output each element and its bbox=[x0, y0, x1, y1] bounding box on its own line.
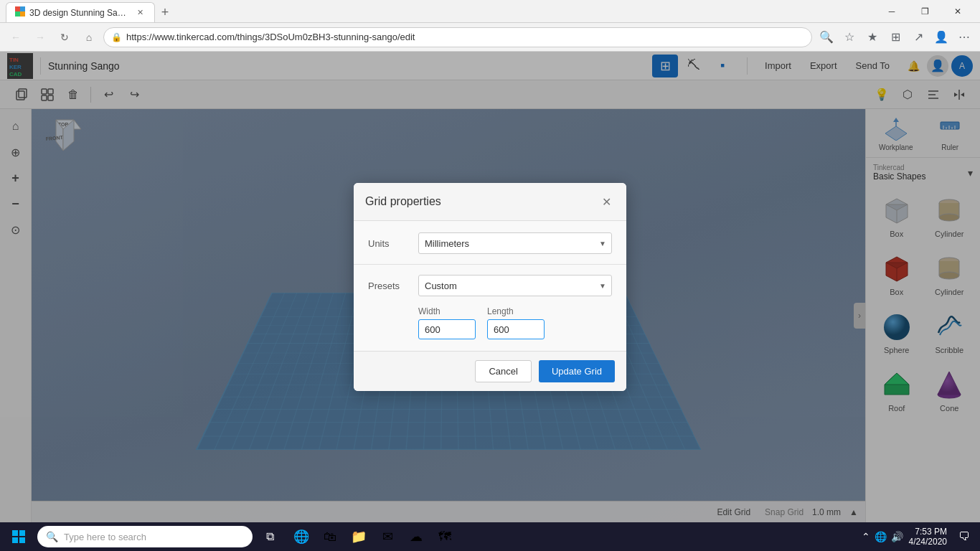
taskbar-right: ⌃ 🌐 🔊 7:53 PM 4/24/2020 🗨 bbox=[862, 525, 976, 548]
update-grid-button[interactable]: Update Grid bbox=[539, 360, 615, 382]
collection-btn[interactable]: ⊞ bbox=[885, 27, 905, 47]
svg-rect-3 bbox=[20, 11, 25, 17]
share-btn[interactable]: ↗ bbox=[908, 27, 928, 47]
presets-row: Presets Custom ▼ bbox=[368, 275, 612, 296]
taskbar-apps: 🌐 🛍 📁 ✉ ☁ 🗺 bbox=[288, 524, 458, 550]
address-bar[interactable]: 🔒 https://www.tinkercad.com/things/3DSoU… bbox=[103, 27, 812, 47]
taskbar-files-app[interactable]: 📁 bbox=[346, 524, 372, 550]
volume-icon[interactable]: 🔊 bbox=[891, 531, 903, 542]
task-view-button[interactable]: ⧉ bbox=[257, 524, 283, 550]
presets-select[interactable]: Custom bbox=[418, 275, 612, 296]
tab-favicon bbox=[15, 6, 25, 19]
url-text: https://www.tinkercad.com/things/3DSoUm0… bbox=[126, 32, 415, 42]
forward-button[interactable]: → bbox=[30, 27, 50, 47]
network-icon[interactable]: 🌐 bbox=[875, 531, 887, 542]
taskbar-clock[interactable]: 7:53 PM 4/24/2020 bbox=[909, 527, 947, 547]
svg-rect-1 bbox=[20, 6, 25, 11]
presets-select-wrapper: Custom ▼ bbox=[418, 275, 612, 296]
length-label: Length bbox=[487, 306, 545, 316]
width-field-group: Width bbox=[418, 306, 476, 339]
cancel-button[interactable]: Cancel bbox=[475, 360, 531, 382]
grid-properties-modal: Grid properties ✕ Units Millimeters ▼ bbox=[354, 183, 626, 391]
search-icon: 🔍 bbox=[46, 531, 58, 542]
width-label: Width bbox=[418, 306, 476, 316]
browser-toolbar: ← → ↻ ⌂ 🔒 https://www.tinkercad.com/thin… bbox=[0, 23, 980, 52]
active-tab[interactable]: 3D design Stunning Sango | Tink ✕ bbox=[6, 2, 155, 22]
svg-rect-55 bbox=[12, 530, 18, 536]
notification-button[interactable]: 🗨 bbox=[953, 525, 976, 548]
home-button[interactable]: ⌂ bbox=[79, 27, 99, 47]
menu-btn[interactable]: ⋯ bbox=[954, 27, 974, 47]
app-container: TIN KER CAD Stunning Sango ⊞ ⛏ ▪ Import … bbox=[0, 52, 980, 522]
taskbar-edge-app[interactable]: 🌐 bbox=[288, 524, 314, 550]
units-select[interactable]: Millimeters bbox=[418, 232, 612, 254]
new-tab-button[interactable]: + bbox=[155, 2, 175, 22]
time-display: 7:53 PM bbox=[909, 527, 947, 537]
modal-close-button[interactable]: ✕ bbox=[598, 193, 615, 210]
modal-header: Grid properties ✕ bbox=[354, 183, 626, 221]
window-controls: ─ ❐ ✕ bbox=[875, 0, 974, 23]
tab-area: 3D design Stunning Sango | Tink ✕ + bbox=[6, 0, 175, 22]
svg-rect-57 bbox=[12, 537, 18, 543]
width-input[interactable] bbox=[418, 319, 476, 339]
tab-close-btn[interactable]: ✕ bbox=[134, 7, 146, 19]
taskbar-mail-app[interactable]: ✉ bbox=[374, 524, 400, 550]
form-divider bbox=[354, 264, 626, 265]
search-placeholder: Type here to search bbox=[64, 532, 146, 542]
minimize-button[interactable]: ─ bbox=[875, 0, 908, 23]
modal-overlay: Grid properties ✕ Units Millimeters ▼ bbox=[0, 52, 980, 522]
taskbar-onedrive-app[interactable]: ☁ bbox=[403, 524, 429, 550]
length-input[interactable] bbox=[487, 319, 545, 339]
secure-icon: 🔒 bbox=[111, 32, 122, 42]
modal-footer: Cancel Update Grid bbox=[354, 351, 626, 391]
restore-button[interactable]: ❐ bbox=[908, 0, 941, 23]
svg-rect-58 bbox=[19, 537, 25, 543]
reload-button[interactable]: ↻ bbox=[55, 27, 75, 47]
length-field-group: Length bbox=[487, 306, 545, 339]
bookmark-star-btn[interactable]: ☆ bbox=[839, 27, 859, 47]
windows-logo-icon bbox=[11, 529, 26, 544]
units-select-wrapper: Millimeters ▼ bbox=[418, 232, 612, 254]
back-button[interactable]: ← bbox=[6, 27, 26, 47]
system-tray: ⌃ 🌐 🔊 bbox=[862, 531, 903, 542]
close-button[interactable]: ✕ bbox=[941, 0, 974, 23]
browser-titlebar: 3D design Stunning Sango | Tink ✕ + ─ ❐ … bbox=[0, 0, 980, 23]
svg-rect-0 bbox=[15, 6, 20, 11]
search-btn[interactable]: 🔍 bbox=[816, 27, 837, 47]
tray-up-arrow[interactable]: ⌃ bbox=[862, 531, 870, 542]
svg-rect-2 bbox=[15, 11, 20, 17]
modal-title: Grid properties bbox=[365, 195, 441, 208]
units-label: Units bbox=[368, 238, 418, 249]
taskbar-maps-app[interactable]: 🗺 bbox=[432, 524, 458, 550]
presets-label: Presets bbox=[368, 281, 418, 291]
taskbar: 🔍 Type here to search ⧉ 🌐 🛍 📁 ✉ ☁ 🗺 ⌃ 🌐 … bbox=[0, 522, 980, 551]
modal-body: Units Millimeters ▼ Presets Cus bbox=[354, 221, 626, 351]
start-button[interactable] bbox=[4, 522, 33, 551]
svg-rect-56 bbox=[19, 530, 25, 536]
units-row: Units Millimeters ▼ bbox=[368, 232, 612, 254]
toolbar-actions: 🔍 ☆ ★ ⊞ ↗ 👤 ⋯ bbox=[816, 27, 974, 47]
profile-btn[interactable]: 👤 bbox=[931, 27, 951, 47]
tab-title: 3D design Stunning Sango | Tink bbox=[29, 8, 130, 18]
bookmark-list-btn[interactable]: ★ bbox=[862, 27, 882, 47]
date-display: 4/24/2020 bbox=[909, 537, 947, 547]
taskbar-search[interactable]: 🔍 Type here to search bbox=[37, 526, 253, 547]
taskbar-store-app[interactable]: 🛍 bbox=[317, 524, 343, 550]
dimensions-row: Width Length bbox=[368, 306, 612, 339]
